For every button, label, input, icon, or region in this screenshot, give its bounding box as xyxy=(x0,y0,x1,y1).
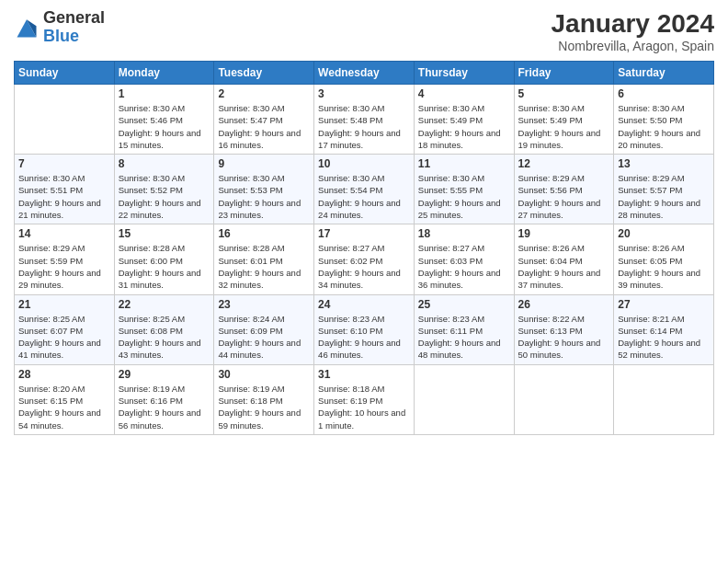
calendar-header-row: Sunday Monday Tuesday Wednesday Thursday… xyxy=(15,62,714,85)
day-number: 5 xyxy=(518,87,610,100)
week-row-1: 7Sunrise: 8:30 AMSunset: 5:51 PMDaylight… xyxy=(15,155,714,224)
day-info: Sunrise: 8:30 AMSunset: 5:55 PMDaylight:… xyxy=(418,172,510,221)
day-info: Sunrise: 8:24 AMSunset: 6:09 PMDaylight:… xyxy=(218,313,310,362)
day-info: Sunrise: 8:30 AMSunset: 5:48 PMDaylight:… xyxy=(318,102,410,151)
day-info: Sunrise: 8:30 AMSunset: 5:54 PMDaylight:… xyxy=(318,172,410,221)
day-number: 30 xyxy=(218,368,310,381)
day-number: 8 xyxy=(119,157,210,170)
day-info: Sunrise: 8:22 AMSunset: 6:13 PMDaylight:… xyxy=(518,313,610,362)
day-info: Sunrise: 8:18 AMSunset: 6:19 PMDaylight:… xyxy=(318,383,410,431)
day-number: 24 xyxy=(318,298,410,311)
calendar-cell-w2-d1: 15Sunrise: 8:28 AMSunset: 6:00 PMDayligh… xyxy=(114,224,214,294)
day-info: Sunrise: 8:25 AMSunset: 6:07 PMDaylight:… xyxy=(18,313,110,362)
title-location: Nombrevilla, Aragon, Spain xyxy=(552,39,714,53)
header: General Blue January 2024 Nombrevilla, A… xyxy=(14,9,714,53)
calendar-cell-w0-d2: 2Sunrise: 8:30 AMSunset: 5:47 PMDaylight… xyxy=(214,85,314,155)
day-info: Sunrise: 8:19 AMSunset: 6:18 PMDaylight:… xyxy=(218,383,310,431)
day-info: Sunrise: 8:30 AMSunset: 5:49 PMDaylight:… xyxy=(418,102,510,151)
day-number: 22 xyxy=(119,298,210,311)
day-number: 2 xyxy=(218,87,310,100)
calendar-cell-w3-d2: 23Sunrise: 8:24 AMSunset: 6:09 PMDayligh… xyxy=(214,294,314,364)
calendar-cell-w1-d1: 8Sunrise: 8:30 AMSunset: 5:52 PMDaylight… xyxy=(114,155,214,224)
logo-blue-text: Blue xyxy=(43,28,105,46)
week-row-0: 1Sunrise: 8:30 AMSunset: 5:46 PMDaylight… xyxy=(15,85,714,155)
calendar-cell-w3-d1: 22Sunrise: 8:25 AMSunset: 6:08 PMDayligh… xyxy=(114,294,214,364)
calendar-cell-w4-d5 xyxy=(514,364,614,434)
day-number: 13 xyxy=(618,157,710,170)
day-number: 23 xyxy=(218,298,310,311)
page: General Blue January 2024 Nombrevilla, A… xyxy=(0,0,728,563)
day-number: 10 xyxy=(318,157,410,170)
day-number: 18 xyxy=(418,227,510,240)
week-row-3: 21Sunrise: 8:25 AMSunset: 6:07 PMDayligh… xyxy=(15,294,714,364)
calendar-cell-w3-d5: 26Sunrise: 8:22 AMSunset: 6:13 PMDayligh… xyxy=(514,294,614,364)
calendar-cell-w1-d2: 9Sunrise: 8:30 AMSunset: 5:53 PMDaylight… xyxy=(214,155,314,224)
day-number: 29 xyxy=(119,368,210,381)
day-info: Sunrise: 8:27 AMSunset: 6:02 PMDaylight:… xyxy=(318,242,410,291)
col-tuesday: Tuesday xyxy=(214,62,314,85)
calendar-cell-w4-d3: 31Sunrise: 8:18 AMSunset: 6:19 PMDayligh… xyxy=(314,364,415,434)
day-number: 28 xyxy=(18,368,110,381)
day-number: 3 xyxy=(318,87,410,100)
calendar-cell-w1-d4: 11Sunrise: 8:30 AMSunset: 5:55 PMDayligh… xyxy=(414,155,514,224)
calendar-cell-w0-d4: 4Sunrise: 8:30 AMSunset: 5:49 PMDaylight… xyxy=(414,85,514,155)
calendar-cell-w3-d6: 27Sunrise: 8:21 AMSunset: 6:14 PMDayligh… xyxy=(614,294,714,364)
col-monday: Monday xyxy=(114,62,214,85)
day-number: 26 xyxy=(518,298,610,311)
day-number: 19 xyxy=(518,227,610,240)
day-number: 27 xyxy=(618,298,710,311)
day-number: 9 xyxy=(218,157,310,170)
calendar-cell-w4-d4 xyxy=(414,364,514,434)
logo-text: General Blue xyxy=(43,9,105,46)
calendar-cell-w2-d3: 17Sunrise: 8:27 AMSunset: 6:02 PMDayligh… xyxy=(314,224,415,294)
calendar-cell-w0-d6: 6Sunrise: 8:30 AMSunset: 5:50 PMDaylight… xyxy=(614,85,714,155)
calendar-cell-w0-d1: 1Sunrise: 8:30 AMSunset: 5:46 PMDaylight… xyxy=(114,85,214,155)
day-number: 14 xyxy=(18,227,110,240)
title-block: January 2024 Nombrevilla, Aragon, Spain xyxy=(552,9,714,53)
day-number: 4 xyxy=(418,87,510,100)
day-number: 12 xyxy=(518,157,610,170)
calendar-cell-w3-d3: 24Sunrise: 8:23 AMSunset: 6:10 PMDayligh… xyxy=(314,294,415,364)
calendar-cell-w2-d4: 18Sunrise: 8:27 AMSunset: 6:03 PMDayligh… xyxy=(414,224,514,294)
calendar-cell-w2-d5: 19Sunrise: 8:26 AMSunset: 6:04 PMDayligh… xyxy=(514,224,614,294)
calendar-cell-w1-d5: 12Sunrise: 8:29 AMSunset: 5:56 PMDayligh… xyxy=(514,155,614,224)
calendar-cell-w0-d0 xyxy=(15,85,115,155)
day-info: Sunrise: 8:30 AMSunset: 5:47 PMDaylight:… xyxy=(218,102,310,151)
day-info: Sunrise: 8:21 AMSunset: 6:14 PMDaylight:… xyxy=(618,313,710,362)
day-number: 15 xyxy=(119,227,210,240)
day-number: 6 xyxy=(618,87,710,100)
calendar-cell-w2-d6: 20Sunrise: 8:26 AMSunset: 6:05 PMDayligh… xyxy=(614,224,714,294)
calendar-cell-w4-d6 xyxy=(614,364,714,434)
calendar-cell-w0-d3: 3Sunrise: 8:30 AMSunset: 5:48 PMDaylight… xyxy=(314,85,415,155)
day-number: 20 xyxy=(618,227,710,240)
calendar-cell-w3-d4: 25Sunrise: 8:23 AMSunset: 6:11 PMDayligh… xyxy=(414,294,514,364)
calendar-cell-w4-d1: 29Sunrise: 8:19 AMSunset: 6:16 PMDayligh… xyxy=(114,364,214,434)
day-info: Sunrise: 8:29 AMSunset: 5:57 PMDaylight:… xyxy=(618,172,710,221)
day-number: 11 xyxy=(418,157,510,170)
title-month: January 2024 xyxy=(552,9,714,39)
day-number: 31 xyxy=(318,368,410,381)
day-info: Sunrise: 8:30 AMSunset: 5:53 PMDaylight:… xyxy=(218,172,310,221)
day-number: 7 xyxy=(18,157,110,170)
day-number: 25 xyxy=(418,298,510,311)
calendar-cell-w1-d6: 13Sunrise: 8:29 AMSunset: 5:57 PMDayligh… xyxy=(614,155,714,224)
col-saturday: Saturday xyxy=(614,62,714,85)
col-thursday: Thursday xyxy=(414,62,514,85)
day-info: Sunrise: 8:30 AMSunset: 5:50 PMDaylight:… xyxy=(618,102,710,151)
day-number: 16 xyxy=(218,227,310,240)
day-info: Sunrise: 8:23 AMSunset: 6:10 PMDaylight:… xyxy=(318,313,410,362)
calendar-cell-w4-d2: 30Sunrise: 8:19 AMSunset: 6:18 PMDayligh… xyxy=(214,364,314,434)
day-info: Sunrise: 8:20 AMSunset: 6:15 PMDaylight:… xyxy=(18,383,110,431)
day-number: 17 xyxy=(318,227,410,240)
col-wednesday: Wednesday xyxy=(314,62,415,85)
calendar-cell-w0-d5: 5Sunrise: 8:30 AMSunset: 5:49 PMDaylight… xyxy=(514,85,614,155)
day-info: Sunrise: 8:29 AMSunset: 5:56 PMDaylight:… xyxy=(518,172,610,221)
calendar-cell-w1-d3: 10Sunrise: 8:30 AMSunset: 5:54 PMDayligh… xyxy=(314,155,415,224)
week-row-2: 14Sunrise: 8:29 AMSunset: 5:59 PMDayligh… xyxy=(15,224,714,294)
day-info: Sunrise: 8:30 AMSunset: 5:52 PMDaylight:… xyxy=(119,172,210,221)
day-info: Sunrise: 8:28 AMSunset: 6:01 PMDaylight:… xyxy=(218,242,310,291)
day-info: Sunrise: 8:28 AMSunset: 6:00 PMDaylight:… xyxy=(119,242,210,291)
day-info: Sunrise: 8:26 AMSunset: 6:04 PMDaylight:… xyxy=(518,242,610,291)
day-info: Sunrise: 8:19 AMSunset: 6:16 PMDaylight:… xyxy=(119,383,210,431)
calendar-cell-w2-d2: 16Sunrise: 8:28 AMSunset: 6:01 PMDayligh… xyxy=(214,224,314,294)
